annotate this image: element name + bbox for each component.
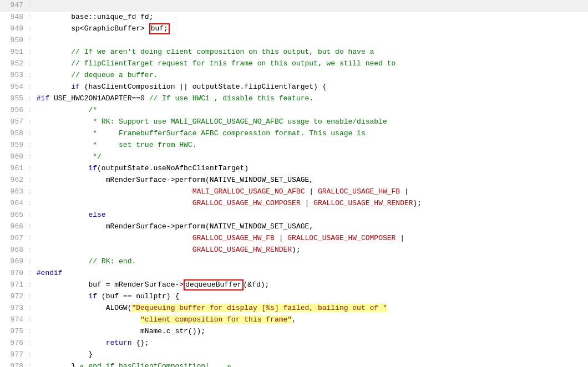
code-line-964: 964 : GRALLOC_USAGE_HW_COMPOSER | GRALLO…: [0, 198, 588, 210]
code-line-951: 951 : // If we aren't doing client compo…: [0, 47, 588, 58]
code-line-960: 960 : */: [0, 151, 588, 163]
code-line-948: 948 : base::unique_fd fd;: [0, 12, 588, 23]
code-line-950: 950 :: [0, 35, 588, 47]
code-line-958: 958 : * FramebufferSurface AFBC compress…: [0, 128, 588, 140]
code-line-962: 962 : mRenderSurface->perform(NATIVE_WIN…: [0, 175, 588, 186]
code-line-955: 955 : #if USE_HWC2ON1ADAPTER==0 // If us…: [0, 93, 588, 105]
code-editor: 947 : 948 : base::unique_fd fd; 949 : sp…: [0, 0, 588, 367]
code-line-967: 967 : GRALLOC_USAGE_HW_FB | GRALLOC_USAG…: [0, 233, 588, 244]
code-line-952: 952 : // flipClientTarget request for th…: [0, 58, 588, 70]
code-line-954: 954 : if (hasClientComposition || output…: [0, 81, 588, 93]
code-line-977: 977 : }: [0, 349, 588, 361]
code-line-971: 971 : buf = mRenderSurface->dequeueBuffe…: [0, 279, 588, 291]
code-line-969: 969 : // RK: end.: [0, 256, 588, 268]
code-line-963: 963 : MALI_GRALLOC_USAGE_NO_AFBC | GRALL…: [0, 186, 588, 198]
code-line-978: 978 : } « end if hasClientComposition|..…: [0, 361, 588, 367]
code-line-970: 970 : #endif: [0, 268, 588, 279]
code-line-974: 974 : "client composition for this frame…: [0, 314, 588, 326]
code-line-959: 959 : * set true from HWC.: [0, 140, 588, 151]
code-line-947: 947 :: [0, 0, 588, 12]
code-line-965: 965 : else: [0, 210, 588, 221]
code-line-976: 976 : return {};: [0, 338, 588, 349]
code-line-966: 966 : mRenderSurface->perform(NATIVE_WIN…: [0, 221, 588, 233]
code-line-957: 957 : * RK: Support use MALI_GRALLOC_USA…: [0, 116, 588, 128]
code-line-975: 975 : mName.c_str());: [0, 326, 588, 338]
code-line-953: 953 : // dequeue a buffer.: [0, 70, 588, 81]
code-line-961: 961 : if(outputState.useNoAfbcClientTarg…: [0, 163, 588, 175]
code-line-972: 972 : if (buf == nullptr) {: [0, 291, 588, 303]
code-line-956: 956 : /*: [0, 105, 588, 116]
code-line-949: 949 : sp<GraphicBuffer> buf;: [0, 23, 588, 35]
code-line-973: 973 : ALOGW("Dequeuing buffer for displa…: [0, 303, 588, 314]
code-line-968: 968 : GRALLOC_USAGE_HW_RENDER);: [0, 244, 588, 256]
